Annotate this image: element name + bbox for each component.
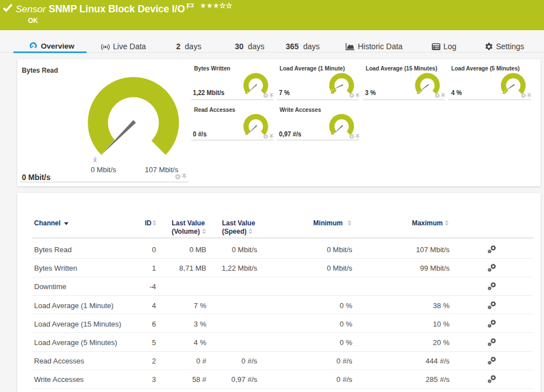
svg-text:x̄: x̄ <box>93 156 97 164</box>
